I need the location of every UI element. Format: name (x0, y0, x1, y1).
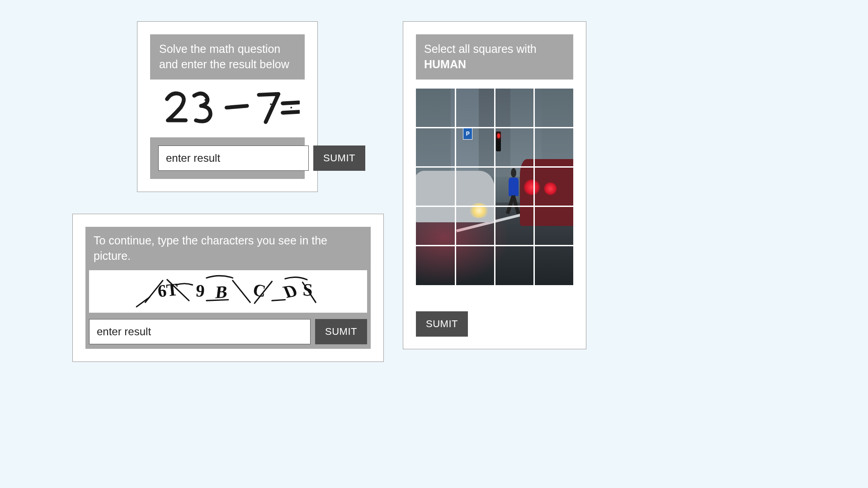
grid-tile[interactable] (495, 207, 534, 246)
grid-tile[interactable] (535, 168, 573, 206)
text-captcha-input-row: SUMIT (85, 313, 371, 349)
text-captcha-instruction: To continue, type the characters you see… (85, 227, 371, 270)
image-captcha-target-word: HUMAN (424, 58, 466, 70)
image-captcha-grid (416, 89, 573, 286)
svg-point-3 (235, 106, 237, 108)
image-captcha-header-panel: Select all squares with HUMAN (416, 34, 573, 80)
text-captcha-panel: To continue, type the characters you see… (85, 227, 371, 349)
text-captcha-card: To continue, type the characters you see… (72, 214, 384, 362)
svg-point-0 (169, 118, 170, 120)
grid-tile[interactable] (495, 128, 534, 166)
image-captcha-card: Select all squares with HUMAN (403, 21, 586, 349)
text-result-input[interactable] (89, 319, 311, 344)
grid-tile[interactable] (416, 247, 454, 285)
text-submit-button[interactable]: SUMIT (315, 319, 367, 344)
math-submit-button[interactable]: SUMIT (313, 145, 365, 171)
image-captcha-instruction: Select all squares with HUMAN (416, 34, 573, 80)
math-captcha-input-row: SUMIT (150, 137, 305, 179)
svg-text:6T: 6T (156, 280, 179, 301)
grid-tile[interactable] (495, 89, 534, 127)
grid-tile[interactable] (495, 247, 534, 285)
grid-tile[interactable] (535, 207, 573, 246)
svg-text:9: 9 (195, 281, 205, 300)
svg-text:B: B (214, 282, 228, 301)
tile-grid (416, 89, 573, 286)
grid-tile[interactable] (456, 89, 494, 127)
image-submit-button[interactable]: SUMIT (416, 311, 468, 337)
svg-text:S: S (302, 280, 313, 299)
svg-point-5 (290, 107, 292, 108)
grid-tile[interactable] (456, 168, 494, 206)
svg-text:C: C (252, 280, 267, 300)
math-captcha-card: Solve the math question and enter the re… (137, 21, 318, 192)
math-captcha-challenge (150, 80, 305, 137)
grid-tile[interactable] (535, 247, 573, 285)
svg-point-1 (181, 94, 183, 96)
math-result-input[interactable] (158, 145, 309, 171)
grid-tile[interactable] (416, 168, 454, 206)
svg-text:D: D (280, 281, 300, 301)
grid-tile[interactable] (456, 128, 494, 166)
grid-tile[interactable] (416, 207, 454, 246)
distorted-text-icon: 6T 9 B C D S (97, 272, 359, 311)
image-captcha-instruction-prefix: Select all squares with (424, 42, 537, 55)
math-captcha-instruction: Solve the math question and enter the re… (150, 34, 305, 80)
grid-tile[interactable] (495, 168, 534, 206)
grid-tile[interactable] (416, 128, 454, 166)
svg-point-2 (204, 99, 206, 101)
math-expression-icon (155, 81, 300, 136)
text-captcha-challenge: 6T 9 B C D S (89, 270, 367, 313)
grid-tile[interactable] (535, 128, 573, 166)
grid-tile[interactable] (535, 89, 573, 127)
svg-point-4 (270, 103, 272, 105)
math-captcha-panel: Solve the math question and enter the re… (150, 34, 305, 179)
grid-tile[interactable] (456, 207, 494, 246)
grid-tile[interactable] (456, 247, 494, 285)
grid-tile[interactable] (416, 89, 454, 127)
